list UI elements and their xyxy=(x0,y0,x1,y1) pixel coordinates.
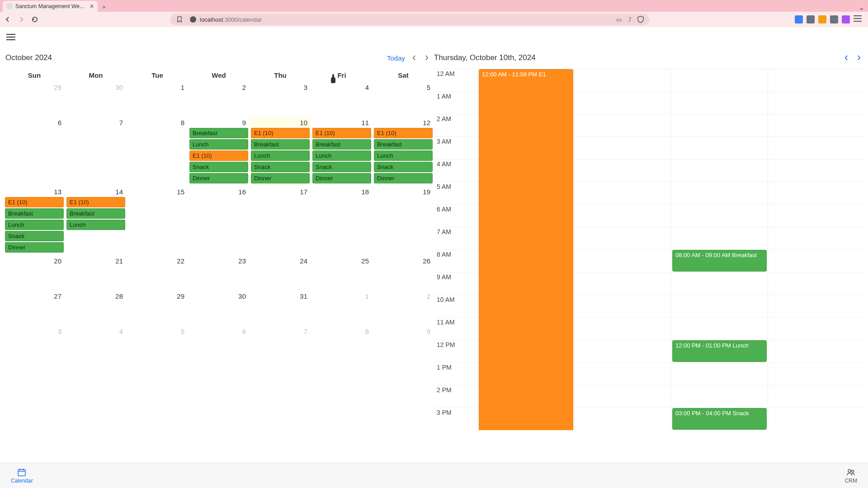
site-info-icon[interactable] xyxy=(190,16,196,23)
day-cell[interactable]: 2 xyxy=(188,82,250,117)
month-event[interactable]: Dinner xyxy=(312,173,371,183)
month-event[interactable]: Snack xyxy=(189,162,248,172)
day-cell[interactable]: 3 xyxy=(250,82,311,117)
forward-button[interactable] xyxy=(16,14,26,24)
new-tab-button[interactable]: ＋ xyxy=(99,3,108,12)
day-cell[interactable]: 23 xyxy=(188,255,250,291)
month-event[interactable]: E1 (10) xyxy=(251,128,310,138)
day-cell[interactable]: 26 xyxy=(373,255,434,291)
day-event[interactable]: 12:00 PM - 01:00 PM Lunch xyxy=(672,340,767,362)
month-event[interactable]: Breakfast xyxy=(189,128,248,138)
day-column[interactable]: 08:00 AM - 09:00 AM Breakfast12:00 PM - … xyxy=(671,69,768,430)
day-cell[interactable]: 9 xyxy=(373,326,434,361)
nav-calendar[interactable]: Calendar xyxy=(11,468,33,484)
extension-icon[interactable] xyxy=(818,15,826,23)
month-event[interactable]: Snack xyxy=(251,162,310,172)
day-cell[interactable]: 1 xyxy=(311,291,373,326)
shield-icon[interactable] xyxy=(637,15,645,23)
month-event[interactable]: Snack xyxy=(374,162,433,172)
month-next-button[interactable] xyxy=(421,52,432,63)
day-cell[interactable]: 30 xyxy=(188,291,250,326)
month-event[interactable]: Lunch xyxy=(189,139,248,150)
month-event[interactable]: Lunch xyxy=(374,150,433,161)
day-event[interactable]: 12:00 AM - 11:59 PM E1 xyxy=(479,69,573,430)
month-event[interactable]: Breakfast xyxy=(5,208,64,219)
day-cell[interactable]: 5 xyxy=(127,326,188,361)
day-cell[interactable]: 4 xyxy=(311,82,373,117)
day-cell[interactable]: 1 xyxy=(127,82,188,117)
month-event[interactable]: Breakfast xyxy=(66,208,125,219)
day-cell[interactable]: 2 xyxy=(373,291,434,326)
month-event[interactable]: E1 (10) xyxy=(66,197,125,207)
month-event[interactable]: Lunch xyxy=(251,150,310,161)
day-schedule[interactable]: 12 AM1 AM2 AM3 AM4 AM5 AM6 AM7 AM8 AM9 A… xyxy=(434,69,864,430)
day-cell[interactable]: 16 xyxy=(188,186,250,255)
month-prev-button[interactable] xyxy=(409,52,420,63)
browser-tab[interactable]: Sanctum Management We... ✕ xyxy=(3,1,98,12)
day-cell[interactable]: 29 xyxy=(127,291,188,326)
day-cell[interactable]: 15 xyxy=(127,186,188,255)
day-cell[interactable]: 6 xyxy=(4,117,65,186)
bookmark-icon[interactable] xyxy=(175,14,184,24)
day-cell[interactable]: 14E1 (10)BreakfastLunch xyxy=(65,186,127,255)
day-cell[interactable]: 8 xyxy=(311,326,373,361)
day-column[interactable]: 12:00 AM - 11:59 PM E1 xyxy=(477,69,574,430)
day-cell[interactable]: 5 xyxy=(373,82,434,117)
day-cell[interactable]: 21 xyxy=(65,255,127,291)
day-cell[interactable]: 6 xyxy=(188,326,250,361)
day-cell[interactable]: 29 xyxy=(4,82,65,117)
day-cell[interactable]: 30 xyxy=(65,82,127,117)
month-event[interactable]: E1 (10) xyxy=(312,128,371,138)
day-cell[interactable]: 9BreakfastLunchE1 (10)SnackDinner xyxy=(188,117,250,186)
month-event[interactable]: E1 (10) xyxy=(5,197,64,207)
day-cell[interactable]: 22 xyxy=(127,255,188,291)
month-event[interactable]: Dinner xyxy=(5,242,64,253)
day-cell[interactable]: 31 xyxy=(250,291,311,326)
day-column[interactable] xyxy=(768,69,864,430)
reader-icon[interactable]: ▭ xyxy=(615,15,623,23)
day-event[interactable]: 03:00 PM - 04:00 PM Snack xyxy=(672,408,767,430)
day-cell[interactable]: 7 xyxy=(65,117,127,186)
month-event[interactable]: Snack xyxy=(312,162,371,172)
day-cell[interactable]: 27 xyxy=(4,291,65,326)
day-cell[interactable]: 17 xyxy=(250,186,311,255)
nav-crm[interactable]: CRM xyxy=(845,468,857,484)
day-cell[interactable]: 28 xyxy=(65,291,127,326)
day-cell[interactable]: 7 xyxy=(250,326,311,361)
day-cell[interactable]: 13E1 (10)BreakfastLunchSnackDinner xyxy=(4,186,65,255)
month-event[interactable]: Breakfast xyxy=(312,139,371,150)
day-cell[interactable]: 20 xyxy=(4,255,65,291)
month-event[interactable]: Lunch xyxy=(312,150,371,161)
share-icon[interactable]: ⤴ xyxy=(626,15,634,23)
month-event[interactable]: Lunch xyxy=(5,220,64,230)
month-event[interactable]: Lunch xyxy=(66,220,125,230)
download-icon[interactable] xyxy=(830,15,838,23)
day-cell[interactable]: 18 xyxy=(311,186,373,255)
day-column[interactable] xyxy=(574,69,671,430)
menu-icon[interactable] xyxy=(6,34,15,40)
chevron-down-icon[interactable]: ⌄ xyxy=(854,3,868,12)
extension-icon[interactable] xyxy=(842,15,850,23)
day-event[interactable]: 08:00 AM - 09:00 AM Breakfast xyxy=(672,250,767,272)
extension-icon[interactable] xyxy=(807,15,815,23)
browser-menu-icon[interactable] xyxy=(854,15,862,22)
day-cell[interactable]: 24 xyxy=(250,255,311,291)
today-button[interactable]: Today xyxy=(387,54,405,62)
day-cell[interactable]: 3 xyxy=(4,326,65,361)
back-button[interactable] xyxy=(3,14,13,24)
address-bar[interactable]: localhost:3000/calendar ▭ ⤴ xyxy=(170,14,649,25)
day-cell[interactable]: 11E1 (10)BreakfastLunchSnackDinner xyxy=(311,117,373,186)
day-cell[interactable]: 10E1 (10)BreakfastLunchSnackDinner xyxy=(250,117,311,186)
day-cell[interactable]: 19 xyxy=(373,186,434,255)
month-event[interactable]: Dinner xyxy=(189,173,248,183)
reload-button[interactable] xyxy=(30,14,40,24)
close-icon[interactable]: ✕ xyxy=(90,3,94,9)
day-next-button[interactable] xyxy=(854,52,864,63)
day-cell[interactable]: 4 xyxy=(65,326,127,361)
day-cell[interactable]: 8 xyxy=(127,117,188,186)
day-cell[interactable]: 25 xyxy=(311,255,373,291)
month-event[interactable]: Breakfast xyxy=(374,139,433,150)
month-event[interactable]: Dinner xyxy=(251,173,310,183)
month-event[interactable]: Breakfast xyxy=(251,139,310,150)
month-event[interactable]: Dinner xyxy=(374,173,433,183)
